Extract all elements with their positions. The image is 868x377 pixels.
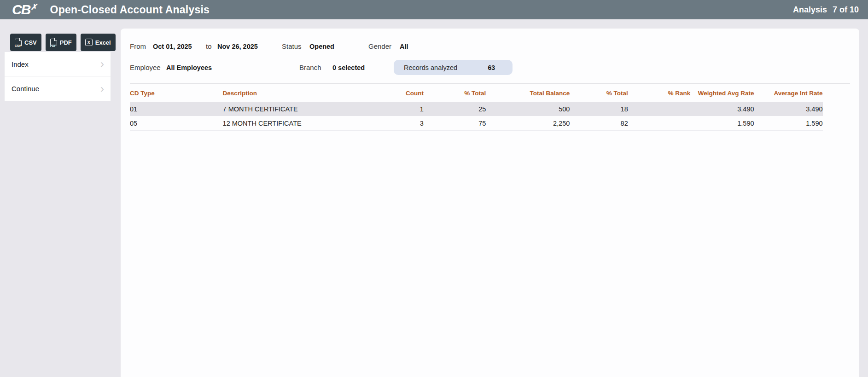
table-row[interactable]: 01 7 MONTH CERTIFICATE 1 25 500 18 3.490… — [130, 102, 823, 116]
col-header-average-int-rate: Average Int Rate — [754, 84, 823, 102]
status-value: Opened — [309, 43, 368, 50]
cell-cd-type: 05 — [130, 116, 223, 131]
filter-summary-row-1: From Oct 01, 2025 to Nov 26, 2025 Status… — [130, 29, 850, 50]
cell-weighted-avg-rate: 1.590 — [690, 116, 754, 131]
cell-pct-total-count: 75 — [424, 116, 486, 131]
cell-pct-rank — [628, 116, 690, 131]
to-label: to — [206, 42, 217, 50]
records-analyzed-label: Records analyzed — [404, 64, 457, 71]
branch-label: Branch — [299, 64, 332, 71]
cell-count: 3 — [361, 116, 424, 131]
main-layout: CSV CSV PDF PDF x Excel Index › — [0, 19, 868, 377]
gender-label: Gender — [368, 42, 400, 50]
status-label: Status — [282, 42, 309, 50]
export-excel-label: Excel — [95, 39, 111, 46]
filter-summary-row-2: Employee All Employees Branch 0 selected… — [130, 60, 850, 75]
cbx-logo-icon: CB ✗ — [12, 3, 37, 17]
employee-value: All Employees — [166, 64, 299, 71]
sidebar-item-index[interactable]: Index › — [5, 52, 111, 76]
export-pdf-label: PDF — [60, 39, 72, 46]
export-csv-button[interactable]: CSV CSV — [10, 34, 41, 51]
from-label: From — [130, 42, 153, 50]
to-date-value: Nov 26, 2025 — [217, 43, 282, 50]
cell-average-int-rate: 1.590 — [754, 116, 823, 131]
cell-pct-total-count: 25 — [424, 102, 486, 116]
cell-pct-total-balance: 82 — [570, 116, 628, 131]
left-sidebar: CSV CSV PDF PDF x Excel Index › — [0, 19, 121, 377]
table-row[interactable]: 05 12 MONTH CERTIFICATE 3 75 2,250 82 1.… — [130, 116, 823, 131]
table-header-row: CD Type Description Count % Total Total … — [130, 84, 823, 102]
sidebar-nav: Index › Continue › — [5, 52, 111, 101]
cell-total-balance: 2,250 — [486, 116, 570, 131]
cell-description: 7 MONTH CERTIFICATE — [223, 102, 361, 116]
gender-value: All — [400, 43, 408, 50]
export-pdf-button[interactable]: PDF PDF — [46, 34, 76, 51]
report-card: From Oct 01, 2025 to Nov 26, 2025 Status… — [121, 29, 859, 377]
app-header: CB ✗ Open-Closed Account Analysis Analys… — [0, 0, 868, 19]
branch-value: 0 selected — [332, 64, 394, 71]
excel-file-icon: x — [85, 39, 93, 46]
cell-pct-total-balance: 18 — [570, 102, 628, 116]
cell-weighted-avg-rate: 3.490 — [690, 102, 754, 116]
export-csv-label: CSV — [24, 39, 37, 46]
col-header-cd-type: CD Type — [130, 84, 223, 102]
col-header-description: Description — [223, 84, 361, 102]
page-title: Open-Closed Account Analysis — [50, 4, 210, 16]
col-header-total-balance: Total Balance — [486, 84, 570, 102]
employee-label: Employee — [130, 64, 166, 71]
sidebar-item-index-label: Index — [12, 60, 29, 68]
export-toolbar: CSV CSV PDF PDF x Excel — [10, 34, 121, 51]
from-date-value: Oct 01, 2025 — [153, 43, 206, 50]
cell-count: 1 — [361, 102, 424, 116]
pdf-file-icon: PDF — [50, 39, 57, 46]
col-header-count: Count — [361, 84, 424, 102]
sidebar-item-continue[interactable]: Continue › — [5, 76, 111, 101]
cell-cd-type: 01 — [130, 102, 223, 116]
chevron-right-icon: › — [100, 83, 104, 94]
csv-file-icon: CSV — [15, 39, 22, 46]
cell-total-balance: 500 — [486, 102, 570, 116]
records-analyzed-value: 63 — [488, 64, 495, 71]
cell-average-int-rate: 3.490 — [754, 102, 823, 116]
analysis-counter: Analysis 7 of 10 — [793, 5, 859, 15]
col-header-pct-total-balance: % Total — [570, 84, 628, 102]
cell-pct-rank — [628, 102, 690, 116]
export-excel-button[interactable]: x Excel — [81, 34, 116, 51]
col-header-weighted-avg-rate: Weighted Avg Rate — [690, 84, 754, 102]
records-analyzed-badge: Records analyzed 63 — [394, 60, 513, 75]
col-header-pct-total-count: % Total — [424, 84, 486, 102]
cell-description: 12 MONTH CERTIFICATE — [223, 116, 361, 131]
cd-type-analysis-table: CD Type Description Count % Total Total … — [130, 84, 823, 131]
sidebar-item-continue-label: Continue — [12, 85, 39, 93]
logo-x-mark: ✗ — [30, 3, 37, 11]
analysis-counter-value: 7 of 10 — [833, 5, 859, 15]
chevron-right-icon: › — [100, 58, 104, 70]
analysis-counter-label: Analysis — [793, 5, 827, 15]
logo-text: CB — [12, 3, 30, 17]
col-header-pct-rank: % Rank — [628, 84, 690, 102]
